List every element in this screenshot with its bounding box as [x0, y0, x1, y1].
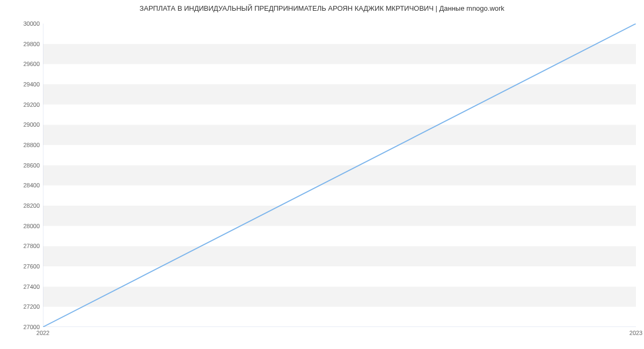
y-tick-label: 28200	[13, 202, 40, 209]
svg-rect-4	[43, 226, 636, 246]
y-tick-label: 29800	[13, 41, 40, 47]
y-tick-label: 30000	[13, 20, 40, 27]
y-tick-label: 27600	[13, 263, 40, 270]
y-tick-label: 28000	[13, 223, 40, 229]
svg-rect-11	[43, 84, 636, 105]
y-tick-label: 28800	[13, 142, 40, 148]
svg-rect-12	[43, 64, 636, 84]
svg-rect-13	[43, 44, 636, 64]
svg-rect-10	[43, 105, 636, 125]
svg-rect-1	[43, 287, 636, 307]
x-tick-label: 2022	[36, 330, 49, 336]
chart-container: ЗАРПЛАТА В ИНДИВИДУАЛЬНЫЙ ПРЕДПРИНИМАТЕЛ…	[0, 0, 644, 349]
y-tick-label: 27000	[13, 324, 40, 330]
svg-rect-6	[43, 185, 636, 206]
y-tick-label: 27400	[13, 283, 40, 290]
svg-rect-8	[43, 145, 636, 165]
y-tick-label: 29000	[13, 121, 40, 128]
chart-svg	[43, 24, 636, 327]
y-tick-label: 28400	[13, 182, 40, 188]
x-tick-label: 2023	[630, 330, 642, 336]
y-tick-label: 27800	[13, 243, 40, 249]
svg-rect-14	[43, 24, 636, 44]
y-tick-label: 28600	[13, 162, 40, 169]
y-tick-label: 27200	[13, 303, 40, 310]
svg-rect-0	[43, 307, 636, 327]
y-tick-label: 29400	[13, 81, 40, 88]
svg-rect-9	[43, 125, 636, 145]
y-tick-label: 29600	[13, 61, 40, 67]
plot-area	[43, 24, 636, 327]
svg-rect-3	[43, 246, 636, 266]
y-tick-label: 29200	[13, 101, 40, 108]
svg-rect-5	[43, 206, 636, 226]
chart-title: ЗАРПЛАТА В ИНДИВИДУАЛЬНЫЙ ПРЕДПРИНИМАТЕЛ…	[0, 4, 644, 12]
svg-rect-2	[43, 266, 636, 287]
